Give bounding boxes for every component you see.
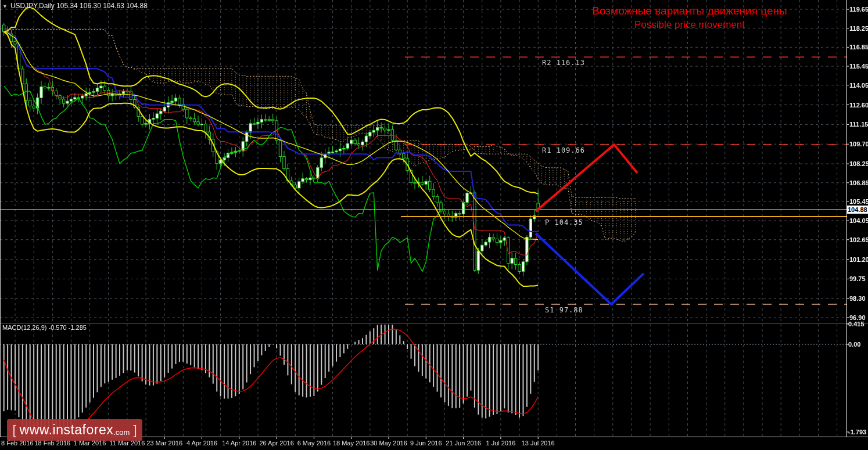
macd-tick-label: -1.793 xyxy=(848,429,866,435)
date-tick-label: 23 Mar 2016 xyxy=(146,440,182,447)
price-tick-label: 116.85 xyxy=(849,44,868,51)
date-tick-label: 6 May 2016 xyxy=(297,440,331,447)
current-price-badge: 104.88 xyxy=(847,206,868,214)
date-tick-label: 30 May 2016 xyxy=(370,440,407,447)
price-tick-label: 105.45 xyxy=(849,198,868,205)
price-tick-label: 119.65 xyxy=(849,6,868,13)
symbol-ohlc-text: USDJPY,Daily 105.34 106.30 104.63 104.88 xyxy=(10,2,148,10)
price-chart-canvas[interactable] xyxy=(0,0,868,450)
pivot-label-r2: R2 116.13 xyxy=(542,59,585,67)
macd-tick-label: 0.00 xyxy=(848,341,860,348)
logo-text: www.instaforex xyxy=(20,422,114,438)
date-tick-label: 9 Jun 2016 xyxy=(410,440,442,447)
price-tick-label: 111.15 xyxy=(849,121,868,128)
logo-bracket-left: [ xyxy=(12,423,16,438)
macd-indicator-label: MACD(12,26,9) -0.570 -1.285 xyxy=(2,324,87,331)
price-tick-label: 114.05 xyxy=(849,82,868,89)
date-tick-label: 18 May 2016 xyxy=(333,440,370,447)
price-tick-label: 101.20 xyxy=(849,256,868,263)
price-tick-label: 99.75 xyxy=(849,275,866,282)
date-tick-label: 4 Apr 2016 xyxy=(186,440,217,447)
date-tick-label: 14 Apr 2016 xyxy=(222,440,256,447)
pivot-label-r1: R1 109.66 xyxy=(542,146,585,154)
price-tick-label: 104.05 xyxy=(849,217,868,224)
price-tick-label: 106.85 xyxy=(849,179,868,186)
price-tick-label: 115.45 xyxy=(849,63,868,70)
logo-bracket-right: ] xyxy=(133,423,137,438)
chart-window: ▼USDJPY,Daily 105.34 106.30 104.63 104.8… xyxy=(0,0,868,450)
date-tick-label: 13 Jul 2016 xyxy=(522,440,555,447)
annotation-ru: Возможные варианты движения цены xyxy=(523,3,856,19)
logo-suffix: .com xyxy=(113,428,130,437)
chevron-down-icon[interactable]: ▼ xyxy=(2,3,8,9)
price-tick-label: 108.25 xyxy=(849,160,868,167)
instaforex-logo[interactable]: [ www.instaforex .com ] xyxy=(7,419,142,441)
price-tick-label: 98.30 xyxy=(849,295,866,302)
analyst-annotation: Возможные варианты движения цены Possibl… xyxy=(523,3,856,32)
pivot-label-p: P 104.35 xyxy=(545,218,583,226)
price-tick-label: 109.70 xyxy=(849,141,868,147)
symbol-info-bar: ▼USDJPY,Daily 105.34 106.30 104.63 104.8… xyxy=(2,2,148,10)
date-tick-label: 1 Jul 2016 xyxy=(486,440,516,447)
price-tick-label: 112.60 xyxy=(849,102,868,109)
price-tick-label: 102.65 xyxy=(849,236,868,243)
annotation-en: Possible price movement xyxy=(523,19,856,32)
date-tick-label: 21 Jun 2016 xyxy=(446,440,481,447)
price-tick-label: 118.25 xyxy=(849,25,868,32)
pivot-label-s1: S1 97.88 xyxy=(545,306,583,314)
date-tick-label: 26 Apr 2016 xyxy=(259,440,293,447)
macd-tick-label: 0.415 xyxy=(848,321,865,327)
